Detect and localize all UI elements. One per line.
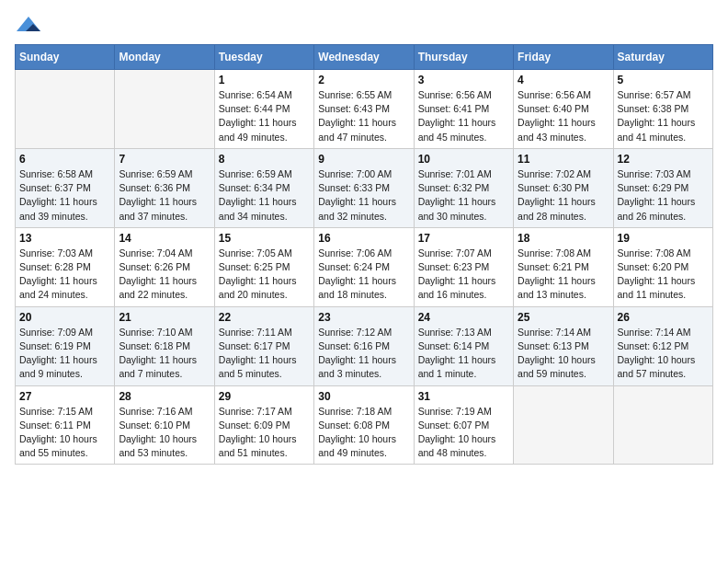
calendar-table: SundayMondayTuesdayWednesdayThursdayFrid… — [15, 44, 713, 465]
calendar-cell: 31Sunrise: 7:19 AM Sunset: 6:07 PM Dayli… — [414, 385, 513, 465]
calendar-cell: 4Sunrise: 6:56 AM Sunset: 6:40 PM Daylig… — [514, 70, 613, 149]
day-info: Sunrise: 6:59 AM Sunset: 6:34 PM Dayligh… — [219, 167, 310, 224]
day-info: Sunrise: 6:59 AM Sunset: 6:36 PM Dayligh… — [119, 167, 210, 224]
day-info: Sunrise: 7:08 AM Sunset: 6:20 PM Dayligh… — [618, 247, 709, 303]
day-number: 11 — [518, 153, 609, 166]
calendar-cell: 26Sunrise: 7:14 AM Sunset: 6:12 PM Dayli… — [613, 306, 712, 385]
day-info: Sunrise: 7:02 AM Sunset: 6:30 PM Dayligh… — [518, 167, 609, 224]
day-info: Sunrise: 7:16 AM Sunset: 6:10 PM Dayligh… — [119, 405, 210, 461]
day-info: Sunrise: 6:58 AM Sunset: 6:37 PM Dayligh… — [19, 167, 110, 224]
day-number: 26 — [618, 311, 709, 324]
day-info: Sunrise: 7:03 AM Sunset: 6:29 PM Dayligh… — [618, 167, 709, 224]
calendar-cell: 25Sunrise: 7:14 AM Sunset: 6:13 PM Dayli… — [514, 306, 613, 385]
calendar-cell: 17Sunrise: 7:07 AM Sunset: 6:23 PM Dayli… — [414, 227, 513, 306]
calendar-cell — [16, 70, 115, 149]
calendar-cell: 9Sunrise: 7:00 AM Sunset: 6:33 PM Daylig… — [314, 148, 414, 227]
day-number: 17 — [418, 232, 509, 245]
weekday-header: Thursday — [414, 45, 513, 70]
weekday-row: SundayMondayTuesdayWednesdayThursdayFrid… — [16, 45, 713, 70]
day-number: 8 — [219, 153, 310, 166]
day-number: 29 — [219, 390, 310, 403]
day-number: 2 — [318, 74, 409, 86]
day-info: Sunrise: 7:14 AM Sunset: 6:12 PM Dayligh… — [618, 326, 709, 382]
calendar-cell — [514, 385, 613, 465]
calendar-cell: 19Sunrise: 7:08 AM Sunset: 6:20 PM Dayli… — [613, 227, 712, 306]
calendar-cell: 13Sunrise: 7:03 AM Sunset: 6:28 PM Dayli… — [16, 227, 115, 306]
day-info: Sunrise: 7:14 AM Sunset: 6:13 PM Dayligh… — [518, 326, 609, 382]
calendar-cell: 30Sunrise: 7:18 AM Sunset: 6:08 PM Dayli… — [314, 385, 414, 465]
calendar-cell: 23Sunrise: 7:12 AM Sunset: 6:16 PM Dayli… — [314, 306, 414, 385]
day-info: Sunrise: 6:56 AM Sunset: 6:41 PM Dayligh… — [418, 88, 509, 144]
day-number: 30 — [318, 390, 409, 403]
day-number: 21 — [119, 311, 210, 324]
day-number: 25 — [518, 311, 609, 324]
calendar-cell: 11Sunrise: 7:02 AM Sunset: 6:30 PM Dayli… — [514, 148, 613, 227]
day-info: Sunrise: 7:19 AM Sunset: 6:07 PM Dayligh… — [418, 405, 509, 461]
calendar-cell: 21Sunrise: 7:10 AM Sunset: 6:18 PM Dayli… — [115, 306, 214, 385]
weekday-header: Tuesday — [214, 45, 313, 70]
day-info: Sunrise: 6:55 AM Sunset: 6:43 PM Dayligh… — [318, 88, 409, 144]
day-number: 31 — [418, 390, 509, 403]
calendar-cell: 14Sunrise: 7:04 AM Sunset: 6:26 PM Dayli… — [115, 227, 214, 306]
calendar-cell: 29Sunrise: 7:17 AM Sunset: 6:09 PM Dayli… — [214, 385, 313, 465]
day-number: 1 — [219, 74, 310, 86]
weekday-header: Wednesday — [314, 45, 414, 70]
day-number: 19 — [618, 232, 709, 245]
calendar-week-row: 27Sunrise: 7:15 AM Sunset: 6:11 PM Dayli… — [16, 385, 713, 465]
day-number: 6 — [19, 153, 110, 166]
day-info: Sunrise: 6:56 AM Sunset: 6:40 PM Dayligh… — [518, 88, 609, 144]
calendar-cell: 18Sunrise: 7:08 AM Sunset: 6:21 PM Dayli… — [514, 227, 613, 306]
weekday-header: Monday — [115, 45, 214, 70]
day-info: Sunrise: 7:09 AM Sunset: 6:19 PM Dayligh… — [19, 326, 110, 382]
calendar-body: 1Sunrise: 6:54 AM Sunset: 6:44 PM Daylig… — [16, 70, 713, 465]
day-info: Sunrise: 7:17 AM Sunset: 6:09 PM Dayligh… — [219, 405, 310, 461]
day-number: 12 — [618, 153, 709, 166]
calendar-cell: 3Sunrise: 6:56 AM Sunset: 6:41 PM Daylig… — [414, 70, 513, 149]
day-number: 28 — [119, 390, 210, 403]
day-info: Sunrise: 7:08 AM Sunset: 6:21 PM Dayligh… — [518, 247, 609, 303]
day-number: 5 — [618, 74, 709, 86]
calendar-cell: 6Sunrise: 6:58 AM Sunset: 6:37 PM Daylig… — [16, 148, 115, 227]
day-number: 18 — [518, 232, 609, 245]
calendar-header: SundayMondayTuesdayWednesdayThursdayFrid… — [16, 45, 713, 70]
day-number: 4 — [518, 74, 609, 86]
day-info: Sunrise: 7:04 AM Sunset: 6:26 PM Dayligh… — [119, 247, 210, 303]
day-number: 15 — [219, 232, 310, 245]
day-info: Sunrise: 6:54 AM Sunset: 6:44 PM Dayligh… — [219, 88, 310, 144]
calendar-cell: 15Sunrise: 7:05 AM Sunset: 6:25 PM Dayli… — [214, 227, 313, 306]
day-number: 27 — [19, 390, 110, 403]
calendar-cell: 10Sunrise: 7:01 AM Sunset: 6:32 PM Dayli… — [414, 148, 513, 227]
calendar-week-row: 20Sunrise: 7:09 AM Sunset: 6:19 PM Dayli… — [16, 306, 713, 385]
day-number: 20 — [19, 311, 110, 324]
day-number: 7 — [119, 153, 210, 166]
calendar-cell: 1Sunrise: 6:54 AM Sunset: 6:44 PM Daylig… — [214, 70, 313, 149]
calendar-cell: 16Sunrise: 7:06 AM Sunset: 6:24 PM Dayli… — [314, 227, 414, 306]
day-info: Sunrise: 7:18 AM Sunset: 6:08 PM Dayligh… — [318, 405, 409, 461]
day-info: Sunrise: 7:05 AM Sunset: 6:25 PM Dayligh… — [219, 247, 310, 303]
calendar-cell: 28Sunrise: 7:16 AM Sunset: 6:10 PM Dayli… — [115, 385, 214, 465]
day-number: 13 — [19, 232, 110, 245]
day-info: Sunrise: 7:12 AM Sunset: 6:16 PM Dayligh… — [318, 326, 409, 382]
day-info: Sunrise: 7:07 AM Sunset: 6:23 PM Dayligh… — [418, 247, 509, 303]
logo — [15, 15, 46, 37]
day-number: 24 — [418, 311, 509, 324]
day-number: 16 — [318, 232, 409, 245]
day-info: Sunrise: 6:57 AM Sunset: 6:38 PM Dayligh… — [618, 88, 709, 144]
day-info: Sunrise: 7:13 AM Sunset: 6:14 PM Dayligh… — [418, 326, 509, 382]
calendar-cell: 8Sunrise: 6:59 AM Sunset: 6:34 PM Daylig… — [214, 148, 313, 227]
day-info: Sunrise: 7:15 AM Sunset: 6:11 PM Dayligh… — [19, 405, 110, 461]
calendar-cell: 20Sunrise: 7:09 AM Sunset: 6:19 PM Dayli… — [16, 306, 115, 385]
weekday-header: Saturday — [613, 45, 712, 70]
calendar-cell: 27Sunrise: 7:15 AM Sunset: 6:11 PM Dayli… — [16, 385, 115, 465]
logo-icon — [15, 15, 42, 37]
calendar-cell: 5Sunrise: 6:57 AM Sunset: 6:38 PM Daylig… — [613, 70, 712, 149]
day-info: Sunrise: 7:11 AM Sunset: 6:17 PM Dayligh… — [219, 326, 310, 382]
calendar-cell — [613, 385, 712, 465]
day-info: Sunrise: 7:03 AM Sunset: 6:28 PM Dayligh… — [19, 247, 110, 303]
calendar-week-row: 13Sunrise: 7:03 AM Sunset: 6:28 PM Dayli… — [16, 227, 713, 306]
day-info: Sunrise: 7:10 AM Sunset: 6:18 PM Dayligh… — [119, 326, 210, 382]
day-info: Sunrise: 7:01 AM Sunset: 6:32 PM Dayligh… — [418, 167, 509, 224]
calendar-cell: 7Sunrise: 6:59 AM Sunset: 6:36 PM Daylig… — [115, 148, 214, 227]
day-info: Sunrise: 7:06 AM Sunset: 6:24 PM Dayligh… — [318, 247, 409, 303]
calendar-cell — [115, 70, 214, 149]
